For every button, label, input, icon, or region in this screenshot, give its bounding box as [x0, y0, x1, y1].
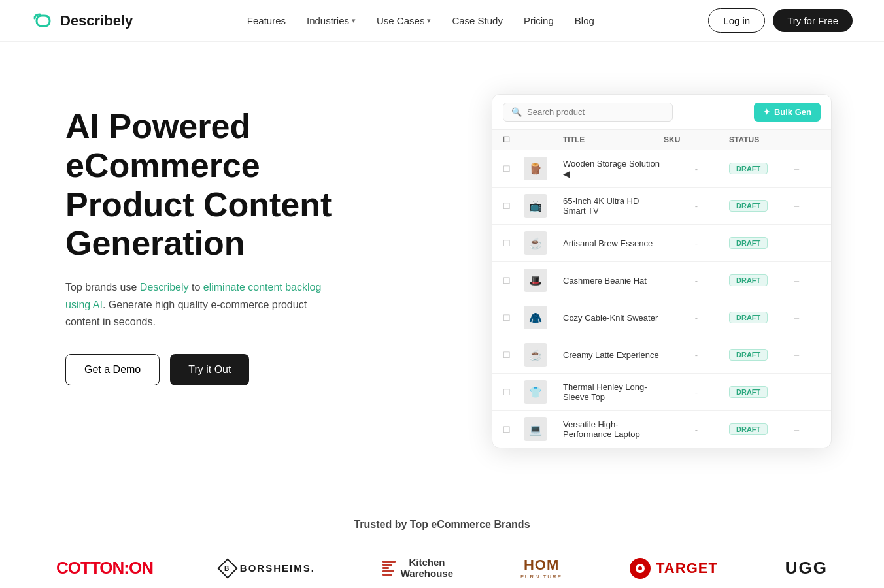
row-action: – [794, 313, 821, 323]
table-row: ☐ 💻 Versatile High-Performance Laptop - … [492, 411, 831, 448]
login-button[interactable]: Log in [708, 8, 765, 33]
product-status: DRAFT [729, 163, 794, 174]
col-title: Title [563, 135, 664, 144]
product-sku: - [664, 238, 729, 248]
svg-point-0 [31, 9, 55, 33]
hero-description: Top brands use Describely to eliminate c… [65, 279, 327, 331]
nav-features[interactable]: Features [247, 15, 286, 26]
product-table-body: ☐ 🪵 Wooden Storage Solution ◀ - DRAFT – … [492, 150, 831, 448]
nav-links: Features Industries▾ Use Cases▾ Case Stu… [247, 15, 594, 26]
product-status: DRAFT [729, 312, 794, 323]
product-status: DRAFT [729, 200, 794, 212]
kitchen-icon [382, 561, 396, 576]
try-for-free-button[interactable]: Try for Free [773, 9, 853, 32]
product-status: DRAFT [729, 274, 794, 286]
hero-buttons: Get a Demo Try it Out [65, 354, 373, 385]
brand-kitchen-warehouse: KitchenWarehouse [382, 557, 453, 579]
eliminate-link[interactable]: eliminate content backlog using AI [65, 282, 321, 310]
product-status: DRAFT [729, 386, 794, 398]
table-row: ☐ ☕ Creamy Latte Experience - DRAFT – [492, 336, 831, 374]
table-row: ☐ 👕 Thermal Henley Long-Sleeve Top - DRA… [492, 374, 831, 411]
bulk-gen-button[interactable]: ✦ Bulk Gen [754, 103, 821, 122]
product-thumbnail: 🎩 [524, 269, 547, 292]
col-image [524, 135, 563, 144]
row-checkbox[interactable]: ☐ [503, 425, 524, 434]
nav-case-study[interactable]: Case Study [452, 15, 503, 26]
product-thumbnail: 🪵 [524, 157, 547, 180]
product-thumbnail: 📺 [524, 194, 547, 218]
product-sku: - [664, 387, 729, 397]
product-sku: - [664, 350, 729, 360]
brand-cotton-on: COTTON:ON [56, 558, 153, 578]
product-sku: - [664, 201, 729, 211]
product-thumbnail: 💻 [524, 417, 547, 441]
try-it-out-button[interactable]: Try it Out [170, 354, 249, 385]
product-status: DRAFT [729, 423, 794, 435]
nav-blog[interactable]: Blog [575, 15, 594, 26]
dashboard-mockup: 🔍 ✦ Bulk Gen ☐ Title SKU Status ☐ 🪵 Wood… [492, 94, 832, 448]
product-name: Wooden Storage Solution ◀ [563, 159, 664, 179]
row-checkbox[interactable]: ☐ [503, 238, 524, 248]
product-name: Artisanal Brew Essence [563, 238, 664, 248]
product-thumbnail: ☕ [524, 231, 547, 255]
row-action: – [794, 238, 821, 248]
product-status: DRAFT [729, 237, 794, 249]
hero-title: AI Powered eCommerce Product Content Gen… [65, 107, 373, 263]
row-checkbox[interactable]: ☐ [503, 387, 524, 397]
product-thumbnail: ☕ [524, 343, 547, 367]
hero-section: AI Powered eCommerce Product Content Gen… [0, 42, 884, 487]
product-thumbnail: 👕 [524, 380, 547, 404]
product-sku: - [664, 276, 729, 286]
row-action: – [794, 350, 821, 360]
row-action: – [794, 425, 821, 434]
search-input[interactable] [527, 107, 658, 117]
col-sku: SKU [664, 135, 729, 144]
row-checkbox[interactable]: ☐ [503, 164, 524, 174]
row-checkbox[interactable]: ☐ [503, 201, 524, 211]
logo-link[interactable]: Describely [31, 9, 133, 33]
table-row: ☐ 🪵 Wooden Storage Solution ◀ - DRAFT – [492, 150, 831, 188]
sparkle-icon: ✦ [763, 107, 770, 117]
chevron-down-icon: ▾ [352, 16, 356, 25]
product-name: Cashmere Beanie Hat [563, 276, 664, 286]
product-status: DRAFT [729, 349, 794, 361]
product-name: 65-Inch 4K Ultra HD Smart TV [563, 196, 664, 216]
table-header: ☐ Title SKU Status [492, 130, 831, 150]
table-row: ☐ ☕ Artisanal Brew Essence - DRAFT – [492, 225, 831, 262]
describely-link[interactable]: Describely [140, 282, 189, 293]
brand-logos: COTTON:ON BORSHEIMS. KitchenWarehouse HO… [56, 557, 828, 580]
product-sku: - [664, 313, 729, 323]
trusted-section: Trusted by Top eCommerce Brands COTTON:O… [0, 487, 884, 588]
brand-hom: HOM FURNITURE [520, 557, 562, 580]
brand-ugg: UGG [785, 558, 828, 578]
table-row: ☐ 🎩 Cashmere Beanie Hat - DRAFT – [492, 262, 831, 299]
nav-actions: Log in Try for Free [708, 8, 853, 33]
chevron-down-icon: ▾ [427, 16, 431, 25]
trusted-title: Trusted by Top eCommerce Brands [52, 519, 832, 531]
row-action: – [794, 164, 821, 174]
target-icon [630, 558, 651, 579]
nav-industries[interactable]: Industries▾ [307, 15, 356, 26]
product-sku: - [664, 164, 729, 174]
product-name: Thermal Henley Long-Sleeve Top [563, 382, 664, 402]
product-sku: - [664, 425, 729, 434]
col-status: Status [729, 135, 794, 144]
row-action: – [794, 276, 821, 286]
nav-pricing[interactable]: Pricing [524, 15, 554, 26]
row-checkbox[interactable]: ☐ [503, 350, 524, 360]
logo-icon [31, 9, 55, 33]
logo-text: Describely [60, 12, 133, 29]
get-demo-button[interactable]: Get a Demo [65, 354, 160, 385]
row-checkbox[interactable]: ☐ [503, 313, 524, 323]
search-icon: 🔍 [511, 107, 522, 117]
brand-borsheims: BORSHEIMS. [220, 561, 315, 576]
row-action: – [794, 201, 821, 211]
navbar: Describely Features Industries▾ Use Case… [0, 0, 884, 42]
search-bar[interactable]: 🔍 [503, 103, 673, 122]
product-name: Creamy Latte Experience [563, 350, 664, 360]
col-extra [794, 135, 821, 144]
table-row: ☐ 🧥 Cozy Cable-Knit Sweater - DRAFT – [492, 299, 831, 336]
borsheims-icon [217, 558, 237, 578]
nav-use-cases[interactable]: Use Cases▾ [377, 15, 431, 26]
row-checkbox[interactable]: ☐ [503, 276, 524, 286]
